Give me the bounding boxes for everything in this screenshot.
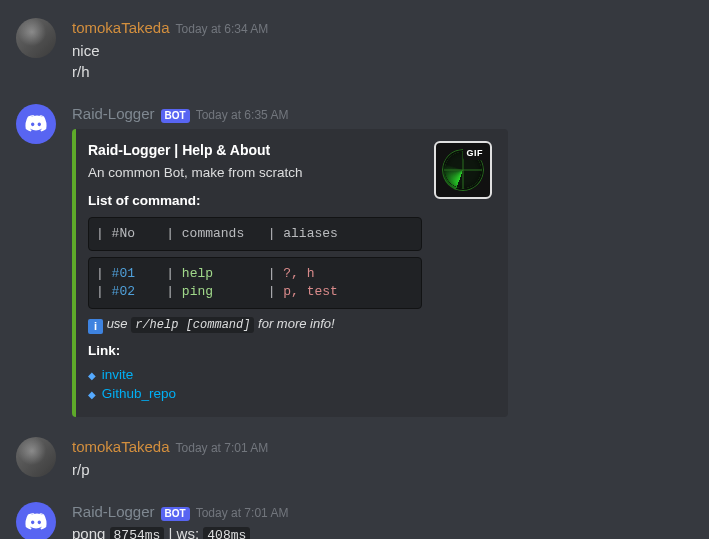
embed-title: Raid-Logger | Help & About [88,141,422,160]
embed-thumbnail[interactable]: GIF [434,141,492,199]
embed-link-line: ◆ Github_repo [88,385,422,404]
message-body: Raid-Logger BOT Today at 6:35 AM Raid-Lo… [72,104,693,417]
avatar[interactable] [16,18,56,58]
embed-link-line: ◆ invite [88,366,422,385]
message-content: nice r/h [72,41,693,83]
embed-description: An common Bot, make from scratch [88,164,422,183]
avatar[interactable] [16,437,56,477]
discord-icon [24,510,48,534]
message-content: pong 8754ms | ws: 408ms [72,524,693,539]
message: tomokaTakeda Today at 7:01 AM r/p [0,429,709,483]
bot-tag: BOT [161,109,190,123]
diamond-icon: ◆ [88,388,96,402]
timestamp: Today at 7:01 AM [176,440,269,457]
embed-body: Raid-Logger | Help & About An common Bot… [76,129,508,418]
message-body: Raid-Logger BOT Today at 7:01 AM pong 87… [72,502,693,540]
embed-hint: i use r/help [command] for more info! [88,315,422,334]
message-line: r/p [72,460,693,481]
latency-api: 8754ms [110,527,165,539]
code-block: | #No | commands | aliases | [88,217,422,251]
message-line: nice [72,41,693,62]
info-icon: i [88,319,103,334]
discord-icon [24,112,48,136]
diamond-icon: ◆ [88,369,96,383]
embed: Raid-Logger | Help & About An common Bot… [72,129,693,418]
message-content: r/p [72,460,693,481]
embed-link[interactable]: Github_repo [102,386,176,401]
username[interactable]: tomokaTakeda [72,18,170,39]
message-body: tomokaTakeda Today at 7:01 AM r/p [72,437,693,481]
gif-tag: GIF [463,146,488,160]
avatar[interactable] [16,104,56,144]
latency-ws: 408ms [203,527,250,539]
timestamp: Today at 6:34 AM [176,21,269,38]
embed-field-heading: Link: [88,342,422,361]
message-header: Raid-Logger BOT Today at 7:01 AM [72,502,693,523]
timestamp: Today at 7:01 AM [196,505,289,522]
username[interactable]: tomokaTakeda [72,437,170,458]
message-body: tomokaTakeda Today at 6:34 AM nice r/h [72,18,693,84]
message-line: pong 8754ms | ws: 408ms [72,524,693,539]
message-header: tomokaTakeda Today at 7:01 AM [72,437,693,458]
message-header: tomokaTakeda Today at 6:34 AM [72,18,693,39]
timestamp: Today at 6:35 AM [196,107,289,124]
message: Raid-Logger BOT Today at 6:35 AM Raid-Lo… [0,96,709,419]
embed-field-heading: List of command: [88,192,422,211]
message: tomokaTakeda Today at 6:34 AM nice r/h [0,10,709,86]
message: Raid-Logger BOT Today at 7:01 AM pong 87… [0,494,709,540]
avatar[interactable] [16,502,56,540]
embed-links: ◆ invite ◆ Github_repo [88,366,422,403]
message-header: Raid-Logger BOT Today at 6:35 AM [72,104,693,125]
username[interactable]: Raid-Logger [72,104,155,125]
embed-link[interactable]: invite [102,367,134,382]
username[interactable]: Raid-Logger [72,502,155,523]
message-line: r/h [72,62,693,83]
bot-tag: BOT [161,507,190,521]
code-block: | #01 | help | ?, h | | #02 | ping | p, … [88,257,422,309]
